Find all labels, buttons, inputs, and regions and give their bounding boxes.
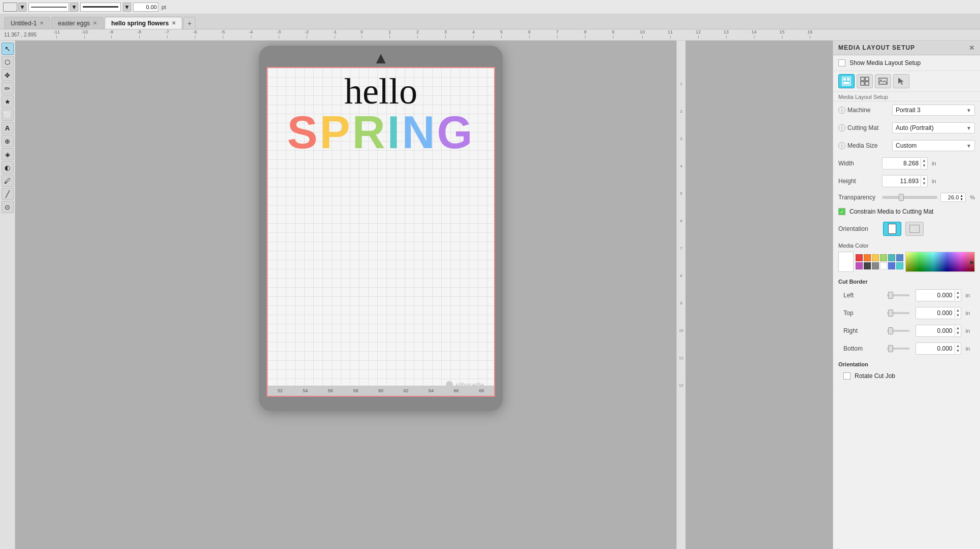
eraser-tool-button[interactable]: ⬜ xyxy=(2,109,14,121)
color-gradient-picker[interactable]: ▶ xyxy=(905,252,975,272)
swatch-white[interactable] xyxy=(880,262,887,269)
cut-border-top-slider[interactable] xyxy=(887,312,909,314)
line-selector[interactable]: ▼ xyxy=(28,3,78,12)
design-content: hello SPRING xyxy=(273,73,489,155)
top-up-arrow[interactable]: ▲ xyxy=(956,308,960,313)
cut-border-right-slider[interactable] xyxy=(887,330,909,332)
tab-hello-spring-flowers[interactable]: hello spring flowers ✕ xyxy=(105,17,182,29)
cut-border-top-thumb[interactable] xyxy=(888,310,893,317)
gradient-arrow-icon[interactable]: ▶ xyxy=(970,259,974,265)
ruler-mark: -6 xyxy=(193,29,197,39)
transparency-value[interactable]: 26.0 ▲▼ xyxy=(940,193,966,202)
cutting-mat-label: i Cutting Mat xyxy=(838,124,889,131)
ruler-mark: 14 xyxy=(752,29,757,39)
left-up-arrow[interactable]: ▲ xyxy=(956,290,960,295)
line-width-value[interactable]: 0.00 xyxy=(133,3,158,12)
right-down-arrow[interactable]: ▼ xyxy=(956,331,960,336)
line-preview xyxy=(28,3,69,12)
image-icon-button[interactable] xyxy=(875,74,891,88)
top-down-arrow[interactable]: ▼ xyxy=(956,313,960,318)
swatch-red[interactable] xyxy=(856,254,863,261)
ruler-mark: -10 xyxy=(81,29,88,39)
swatch-yellow[interactable] xyxy=(872,254,879,261)
cut-border-bottom-thumb[interactable] xyxy=(888,345,893,352)
cut-border-left-input[interactable]: 0.000 ▲ ▼ xyxy=(916,289,961,301)
ruler-mark: 7 xyxy=(556,29,559,39)
line-weight-dropdown[interactable]: ▼ xyxy=(123,3,131,12)
width-up-arrow[interactable]: ▲ xyxy=(922,158,926,163)
ruler-mark: -8 xyxy=(137,29,141,39)
right-up-arrow[interactable]: ▲ xyxy=(956,326,960,331)
cut-border-top-input[interactable]: 0.000 ▲ ▼ xyxy=(916,307,961,319)
media-size-value[interactable]: Custom ▼ xyxy=(892,140,975,151)
machine-value[interactable]: Portrait 3 ▼ xyxy=(892,105,975,116)
machine-info-icon: i xyxy=(838,107,845,114)
image-icon xyxy=(878,77,888,86)
swatch-green[interactable] xyxy=(880,254,887,261)
fill-tool-button[interactable]: ◈ xyxy=(2,148,14,160)
rotate-cut-job-checkbox[interactable] xyxy=(843,372,851,380)
svg-rect-5 xyxy=(861,77,864,81)
panel-close-button[interactable]: ✕ xyxy=(969,44,975,52)
canvas-area[interactable]: ▲ hello SPRING silhouette 52 54 56 xyxy=(15,41,833,549)
line-tool-button[interactable]: ╱ xyxy=(2,188,14,200)
cut-border-right-value: 0.000 xyxy=(916,327,954,334)
swatch-blue[interactable] xyxy=(896,254,903,261)
swatch-orange[interactable] xyxy=(864,254,871,261)
portrait-orientation-button[interactable] xyxy=(883,222,901,236)
cut-border-left-slider[interactable] xyxy=(887,294,909,296)
gradient-tool-button[interactable]: ◐ xyxy=(2,161,14,174)
left-down-arrow[interactable]: ▼ xyxy=(956,295,960,300)
transparency-thumb[interactable] xyxy=(899,194,904,201)
eyedropper-tool-button[interactable]: 🖊 xyxy=(2,175,14,187)
mat-bottom-ruler: 52 54 56 58 60 62 64 66 68 xyxy=(268,386,494,396)
width-down-arrow[interactable]: ▼ xyxy=(922,163,926,168)
cut-border-bottom-input[interactable]: 0.000 ▲ ▼ xyxy=(916,342,961,355)
transparency-slider[interactable] xyxy=(882,196,937,199)
shape-selector[interactable]: ▼ xyxy=(3,3,26,12)
select-tool-button[interactable]: ↖ xyxy=(2,43,14,55)
zoom-tool-button[interactable]: ⊙ xyxy=(2,201,14,213)
shape-tool-button[interactable]: ★ xyxy=(2,95,14,108)
tab-close-untitled[interactable]: ✕ xyxy=(40,21,44,26)
cut-border-right-thumb[interactable] xyxy=(888,327,893,334)
tab-add-button[interactable]: + xyxy=(183,17,195,29)
bottom-down-arrow[interactable]: ▼ xyxy=(956,349,960,354)
tab-close-easter[interactable]: ✕ xyxy=(93,21,97,26)
cut-border-left-value: 0.000 xyxy=(916,292,954,299)
constrain-checkbox[interactable]: ✓ xyxy=(838,208,845,215)
swatch-cyan[interactable] xyxy=(896,262,903,269)
cutting-mat-value[interactable]: Auto (Portrait) ▼ xyxy=(892,122,975,133)
bottom-up-arrow[interactable]: ▲ xyxy=(956,344,960,349)
grid-icon-button[interactable] xyxy=(857,74,873,88)
cut-border-bottom-slider[interactable] xyxy=(887,348,909,350)
width-input[interactable]: 8.268 ▲ ▼ xyxy=(882,157,928,169)
color-preview-box[interactable] xyxy=(838,252,854,272)
mat-area[interactable]: hello SPRING silhouette 52 54 56 58 60 6… xyxy=(267,67,495,397)
tab-close-flowers[interactable]: ✕ xyxy=(172,21,176,26)
swatch-teal[interactable] xyxy=(888,254,895,261)
split-screen-checkbox[interactable] xyxy=(838,59,845,66)
height-up-arrow[interactable]: ▲ xyxy=(922,176,926,181)
cut-border-right-input[interactable]: 0.000 ▲ ▼ xyxy=(916,325,961,337)
text-tool-button[interactable]: A xyxy=(2,122,14,134)
height-input[interactable]: 11.693 ▲ ▼ xyxy=(882,175,928,187)
tab-easter-eggs[interactable]: easter eggs ✕ xyxy=(51,17,104,29)
height-down-arrow[interactable]: ▼ xyxy=(922,181,926,186)
swatch-dark[interactable] xyxy=(864,262,871,269)
swatch-purple[interactable] xyxy=(856,262,863,269)
swatch-gray[interactable] xyxy=(872,262,879,269)
pointer-icon-button[interactable] xyxy=(893,74,909,88)
node-tool-button[interactable]: ⬡ xyxy=(2,56,14,68)
shape-preview xyxy=(3,3,17,12)
shape-dropdown[interactable]: ▼ xyxy=(18,3,26,12)
tab-untitled[interactable]: Untitled-1 ✕ xyxy=(4,17,50,29)
draw-tool-button[interactable]: ✏ xyxy=(2,82,14,94)
line-dropdown[interactable]: ▼ xyxy=(70,3,78,12)
landscape-orientation-button[interactable] xyxy=(905,222,924,236)
cut-border-left-thumb[interactable] xyxy=(888,292,893,299)
crop-tool-button[interactable]: ⊕ xyxy=(2,135,14,147)
swatch-indigo[interactable] xyxy=(888,262,895,269)
pan-tool-button[interactable]: ✥ xyxy=(2,69,14,81)
layout-icon-button[interactable] xyxy=(838,74,855,88)
